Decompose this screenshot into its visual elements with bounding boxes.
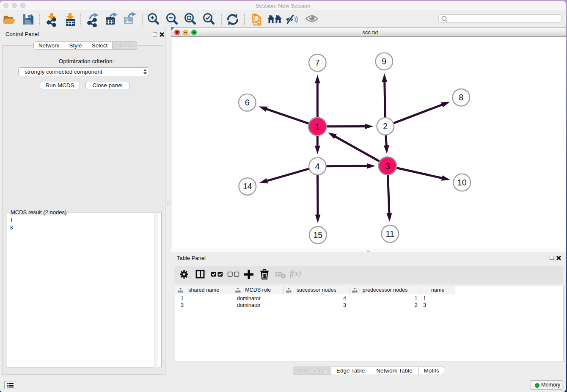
svg-text:6: 6 (245, 98, 250, 107)
svg-text:4: 4 (315, 162, 320, 171)
svg-text:10: 10 (457, 178, 467, 187)
svg-text:15: 15 (313, 230, 322, 240)
svg-text:2: 2 (383, 121, 388, 131)
svg-text:3: 3 (385, 161, 391, 171)
svg-text:9: 9 (382, 57, 386, 66)
svg-text:7: 7 (315, 58, 320, 67)
svg-text:14: 14 (243, 182, 252, 191)
svg-text:8: 8 (459, 93, 463, 102)
svg-text:1: 1 (315, 121, 320, 132)
svg-text:11: 11 (386, 229, 394, 238)
